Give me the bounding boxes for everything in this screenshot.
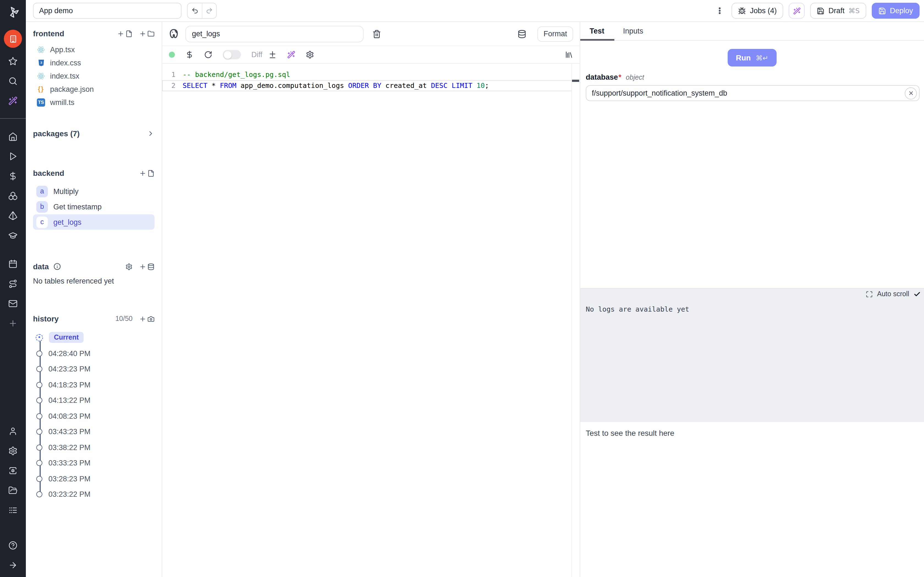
- code-editor[interactable]: 1-- backend/get_logs.pg.sql2SELECT * FRO…: [162, 64, 580, 577]
- backend-script-row[interactable]: b Get timestamp: [33, 199, 155, 214]
- nav-settings-button[interactable]: [0, 441, 26, 461]
- history-entry[interactable]: 04:28:40 PM: [33, 346, 155, 361]
- add-folder-button[interactable]: [139, 30, 155, 37]
- graduation-cap-icon: [8, 230, 18, 240]
- search-icon: [8, 76, 18, 85]
- add-snapshot-button[interactable]: [139, 315, 155, 322]
- workspace-switcher-button[interactable]: [4, 30, 22, 48]
- file-row[interactable]: App.tsx: [33, 43, 155, 56]
- library-button[interactable]: [565, 50, 573, 59]
- history-entry[interactable]: 03:33:23 PM: [33, 455, 155, 471]
- chevron-right-icon: [147, 130, 155, 137]
- draft-button[interactable]: Draft ⌘S: [811, 3, 866, 19]
- autoscroll-checkbox[interactable]: [914, 290, 921, 298]
- arrow-right-icon: [8, 560, 18, 570]
- diff-toggle[interactable]: [223, 50, 241, 60]
- more-menu-button[interactable]: [713, 3, 726, 18]
- user-icon: [8, 426, 18, 435]
- history-current-row[interactable]: Current: [33, 329, 155, 346]
- run-button[interactable]: Run ⌘↵: [728, 49, 777, 66]
- script-name-input[interactable]: [185, 26, 363, 42]
- favorites-button[interactable]: [0, 51, 26, 71]
- rail-add-button[interactable]: [0, 313, 26, 333]
- main-column: Jobs (4) Draft ⌘S Deploy frontend: [26, 0, 924, 577]
- nav-resources-button[interactable]: [0, 186, 26, 206]
- nav-runs-button[interactable]: [0, 146, 26, 166]
- windmill-logo[interactable]: [7, 0, 19, 24]
- nav-schedules-button[interactable]: [0, 206, 26, 225]
- backend-title: backend: [33, 169, 65, 177]
- reload-tool-button[interactable]: [204, 50, 212, 59]
- search-button[interactable]: [0, 71, 26, 91]
- tab-test[interactable]: Test: [587, 27, 607, 40]
- trash-icon: [372, 29, 381, 38]
- schema-explorer-button[interactable]: [517, 29, 527, 38]
- diff-tool-button[interactable]: [268, 50, 277, 59]
- ai-assistant-button[interactable]: [0, 91, 26, 110]
- history-entry[interactable]: 04:08:23 PM: [33, 408, 155, 424]
- app-name-input[interactable]: [33, 3, 181, 19]
- history-dot-icon: [36, 366, 42, 372]
- nav-user-button[interactable]: [0, 421, 26, 441]
- gear-icon: [125, 263, 132, 270]
- history-entry[interactable]: 04:13:22 PM: [33, 393, 155, 408]
- jobs-button[interactable]: Jobs (4): [732, 3, 783, 19]
- backend-script-list: a Multiply b Get timestamp c get_logs: [33, 184, 155, 230]
- nav-mail-button[interactable]: [0, 293, 26, 313]
- gear-icon: [306, 50, 314, 59]
- nav-home-button[interactable]: [0, 126, 26, 146]
- variables-tool-button[interactable]: [185, 50, 194, 59]
- code-line-2[interactable]: 2SELECT * FROM app_demo.computation_logs…: [162, 80, 580, 91]
- history-entry[interactable]: 03:23:22 PM: [33, 487, 155, 502]
- file-row[interactable]: {} package.json: [33, 82, 155, 96]
- required-marker: *: [619, 73, 622, 81]
- backend-script-row[interactable]: a Multiply: [33, 184, 155, 199]
- nav-workers-button[interactable]: [0, 461, 26, 480]
- nav-variables-button[interactable]: [0, 166, 26, 186]
- editor-settings-button[interactable]: [306, 50, 314, 59]
- nav-folders-button[interactable]: [0, 480, 26, 500]
- nav-flows-button[interactable]: [0, 274, 26, 293]
- database-resource-input[interactable]: [586, 85, 919, 101]
- code-line-1[interactable]: 1-- backend/get_logs.pg.sql: [162, 69, 580, 80]
- redo-button[interactable]: [202, 3, 216, 18]
- file-row[interactable]: index.tsx: [33, 69, 155, 82]
- history-entry-list: 04:28:40 PM 04:23:23 PM 04:18:23 PM 04:1…: [33, 346, 155, 502]
- data-settings-button[interactable]: [125, 263, 132, 270]
- history-dot-icon: [36, 351, 42, 357]
- add-database-button[interactable]: [139, 263, 155, 270]
- add-script-button[interactable]: [139, 169, 155, 177]
- file-name: index.tsx: [50, 72, 79, 80]
- undo-button[interactable]: [187, 3, 202, 18]
- backend-script-row[interactable]: c get_logs: [33, 214, 155, 230]
- nav-calendar-button[interactable]: [0, 254, 26, 274]
- minimap[interactable]: [572, 64, 580, 577]
- delete-script-button[interactable]: [372, 29, 381, 38]
- nav-tutorials-button[interactable]: [0, 225, 26, 245]
- history-entry[interactable]: 03:43:23 PM: [33, 424, 155, 440]
- editor-ai-button[interactable]: [287, 50, 296, 59]
- deploy-button[interactable]: Deploy: [872, 3, 919, 19]
- packages-expand-button[interactable]: [147, 130, 155, 137]
- add-file-button[interactable]: [117, 30, 132, 37]
- draft-label: Draft: [829, 6, 845, 15]
- topbar-ai-button[interactable]: [789, 3, 805, 19]
- collapse-rail-button[interactable]: [0, 555, 26, 575]
- history-entry[interactable]: 03:38:22 PM: [33, 440, 155, 455]
- history-entry[interactable]: 04:23:23 PM: [33, 361, 155, 377]
- file-row[interactable]: TS wmill.ts: [33, 96, 155, 109]
- database-icon: [517, 29, 527, 38]
- format-button[interactable]: Format: [537, 26, 573, 42]
- nav-audit-logs-button[interactable]: [0, 500, 26, 520]
- clear-database-button[interactable]: [905, 87, 917, 99]
- help-button[interactable]: [0, 535, 26, 555]
- history-entry[interactable]: 04:18:23 PM: [33, 377, 155, 393]
- history-entry[interactable]: 03:28:23 PM: [33, 471, 155, 487]
- history-timestamp: 04:08:23 PM: [48, 412, 90, 421]
- tab-inputs[interactable]: Inputs: [621, 27, 646, 40]
- jobs-label: Jobs (4): [750, 6, 777, 15]
- expand-icon[interactable]: [866, 290, 872, 298]
- file-row[interactable]: 3 index.css: [33, 56, 155, 69]
- editor-panel: Format Diff 1-- backend/get_logs.pg.sql2…: [162, 22, 580, 577]
- run-label: Run: [736, 53, 751, 62]
